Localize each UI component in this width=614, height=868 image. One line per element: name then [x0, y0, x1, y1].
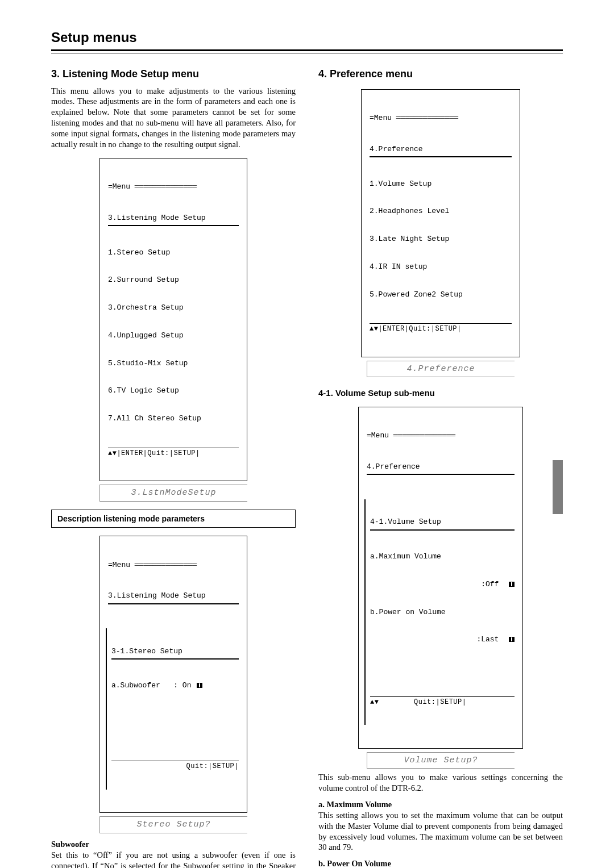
- section-3-intro: This menu allows you to make adjustments…: [51, 86, 296, 150]
- osd-item: 5.Powered Zone2 Setup: [370, 290, 512, 299]
- osd-volume-setup: =Menu ══════════════ 4.Preference 4-1.Vo…: [318, 407, 563, 769]
- right-column: 4. Preference menu =Menu ══════════════ …: [318, 68, 563, 868]
- osd-subtitle: 4-1.Volume Setup: [370, 518, 515, 530]
- osd-menu-label: =Menu: [367, 431, 389, 440]
- section-4-heading: 4. Preference menu: [318, 68, 563, 81]
- sidebar-tab: [553, 460, 563, 514]
- osd-listening-mode-menu: =Menu ══════════════ 3.Listening Mode Se…: [51, 158, 296, 502]
- power-on-volume-heading: b. Power On Volume: [318, 858, 563, 868]
- osd-item: 3.Late Night Setup: [370, 235, 512, 244]
- lcd-readout: Stereo Setup?: [99, 816, 247, 833]
- left-column: 3. Listening Mode Setup menu This menu a…: [51, 68, 296, 868]
- osd-item: 1.Stereo Setup: [108, 248, 239, 257]
- up-down-icon: ▲▼: [370, 698, 379, 707]
- osd-footer: ▲▼|ENTER|Quit:|SETUP|: [370, 323, 512, 333]
- osd-footer: Quit:|SETUP|: [111, 761, 239, 771]
- rule-thick: [51, 49, 563, 51]
- volume-setup-heading: 4-1. Volume Setup sub-menu: [318, 387, 563, 399]
- osd-menu-label: =Menu: [108, 561, 130, 569]
- osd-menu-label: =Menu: [370, 114, 392, 122]
- osd-param-value: :Off: [370, 580, 515, 589]
- subwoofer-heading: Subwoofer: [51, 839, 296, 850]
- osd-title: 4.Preference: [370, 145, 512, 157]
- osd-item: 7.All Ch Stereo Setup: [108, 414, 239, 423]
- left-right-icon: [197, 683, 202, 688]
- osd-subtitle: 3-1.Stereo Setup: [111, 647, 239, 660]
- osd-item: 2.Surround Setup: [108, 276, 239, 285]
- osd-title: 4.Preference: [367, 462, 515, 475]
- rule-thin: [51, 53, 563, 53]
- osd-title: 3.Listening Mode Setup: [108, 591, 239, 604]
- page-title: Setup menus: [51, 28, 563, 46]
- osd-item: 1.Volume Setup: [370, 180, 512, 189]
- osd-item: 5.Studio-Mix Setup: [108, 359, 239, 368]
- subwoofer-text: Set this to “Off” if you are not using a…: [51, 850, 296, 868]
- osd-menu-label: =Menu: [108, 182, 130, 191]
- osd-item: 2.Headphones Level: [370, 207, 512, 216]
- section-3-heading: 3. Listening Mode Setup menu: [51, 68, 296, 81]
- osd-title: 3.Listening Mode Setup: [108, 214, 239, 226]
- osd-item: 6.TV Logic Setup: [108, 386, 239, 395]
- osd-item: 3.Orchestra Setup: [108, 303, 239, 312]
- left-right-icon: [509, 637, 515, 642]
- osd-param-row: b.Power on Volume: [370, 608, 515, 617]
- osd-param-value: :Last: [370, 635, 515, 644]
- volume-intro-text: This sub-menu allows you to make various…: [318, 772, 563, 794]
- left-right-icon: [509, 582, 515, 587]
- max-volume-heading: a. Maximum Volume: [318, 799, 563, 810]
- lcd-readout: 3.LstnModeSetup: [99, 485, 247, 502]
- osd-param-row: a.Maximum Volume: [370, 552, 515, 561]
- osd-footer: ▲▼ Quit:|SETUP|: [370, 696, 515, 707]
- osd-param-row: a.Subwoofer : On: [111, 681, 239, 690]
- osd-footer: ▲▼|ENTER|Quit:|SETUP|: [108, 448, 239, 458]
- osd-preference-menu: =Menu ══════════════ 4.Preference 1.Volu…: [318, 89, 563, 378]
- osd-item: 4.Unplugged Setup: [108, 331, 239, 340]
- up-down-icon: ▲▼: [108, 449, 117, 458]
- lcd-readout: Volume Setup?: [367, 752, 515, 769]
- osd-item: 4.IR IN setup: [370, 262, 512, 272]
- osd-stereo-setup: =Menu ══════════════ 3.Listening Mode Se…: [51, 536, 296, 833]
- up-down-icon: ▲▼: [370, 325, 378, 333]
- lcd-readout: 4.Preference: [367, 361, 515, 378]
- max-volume-text: This setting allows you to set the maxim…: [318, 810, 563, 853]
- description-params-heading: Description listening mode parameters: [51, 510, 296, 528]
